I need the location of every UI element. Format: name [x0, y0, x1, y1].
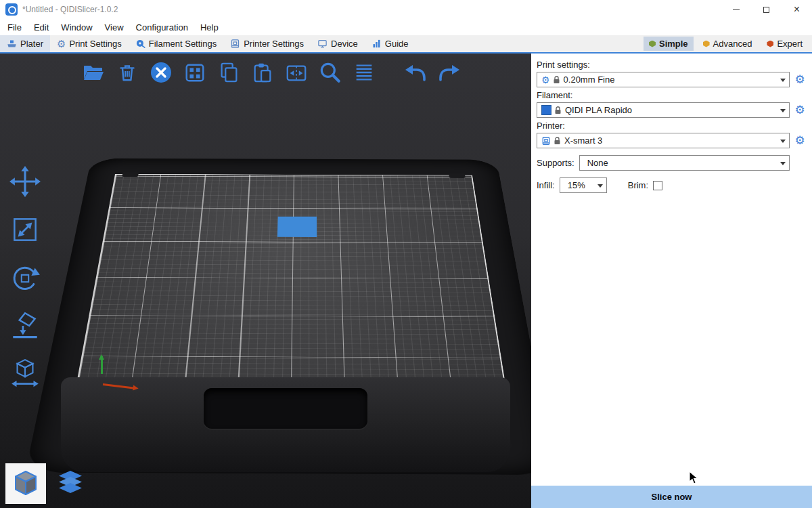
chevron-down-icon — [594, 178, 606, 192]
delete-button[interactable] — [114, 59, 141, 86]
printer-handle — [204, 388, 367, 429]
simple-mode-dot-icon — [649, 41, 656, 47]
mode-expert[interactable]: Expert — [761, 37, 808, 51]
view-3d-button[interactable] — [5, 463, 46, 504]
redo-icon — [437, 60, 461, 85]
device-icon — [317, 39, 328, 49]
printer-base — [61, 377, 510, 472]
bed-clip — [449, 173, 466, 177]
place-on-face-icon — [8, 309, 42, 343]
printer-gear-button[interactable]: ⚙ — [793, 135, 807, 146]
layer-height-button[interactable] — [351, 59, 378, 86]
close-button[interactable]: × — [782, 0, 812, 19]
layers-preview-button[interactable] — [50, 463, 91, 504]
scale-button[interactable] — [5, 210, 45, 249]
lock-icon — [554, 136, 561, 145]
chevron-down-icon — [777, 133, 789, 148]
arrange-button[interactable] — [181, 59, 208, 86]
advanced-mode-dot-icon — [703, 41, 710, 47]
tab-guide[interactable]: Guide — [365, 35, 415, 52]
viewport-3d[interactable] — [0, 54, 531, 508]
plater-icon — [7, 39, 17, 49]
mode-switcher: Simple Advanced Expert — [644, 35, 812, 52]
supports-label: Supports: — [537, 158, 574, 168]
lock-icon — [554, 106, 562, 114]
print-settings-combo[interactable]: ⚙ 0.20mm Fine — [537, 72, 790, 87]
printer-label: Printer: — [537, 121, 807, 131]
tab-device[interactable]: Device — [311, 35, 365, 52]
filament-gear-button[interactable]: ⚙ — [793, 104, 807, 116]
tabbar: Plater ⚙ Print Settings Filament Setting… — [0, 35, 812, 54]
viewport-toolbar — [80, 59, 463, 86]
split-icon — [285, 61, 308, 84]
place-on-face-button[interactable] — [5, 306, 45, 345]
measure-button[interactable] — [5, 354, 45, 394]
settings-panel: Print settings: ⚙ 0.20mm Fine ⚙ Filament… — [531, 54, 812, 508]
bed-clip — [122, 173, 139, 177]
maximize-icon — [763, 7, 769, 13]
delete-all-button[interactable] — [148, 59, 175, 86]
slice-now-button[interactable]: Slice now — [531, 486, 812, 508]
copy-icon — [217, 61, 240, 84]
window-title: *Untitled - QIDISlicer-1.0.2 — [22, 5, 118, 14]
filament-color-swatch — [541, 105, 551, 115]
app-logo-icon — [5, 3, 18, 16]
mode-simple[interactable]: Simple — [644, 37, 694, 51]
gear-icon: ⚙ — [541, 75, 550, 85]
tab-plater[interactable]: Plater — [0, 35, 50, 52]
guide-icon — [371, 39, 382, 49]
y-axis-indicator — [101, 356, 103, 374]
brim-checkbox[interactable] — [653, 181, 662, 190]
menu-file[interactable]: File — [1, 22, 28, 33]
lock-icon — [553, 75, 560, 84]
printer-combo[interactable]: X-smart 3 — [537, 133, 790, 148]
tab-printer-settings[interactable]: Printer Settings — [223, 35, 311, 52]
window-controls: × — [721, 0, 812, 19]
mouse-cursor — [689, 471, 700, 486]
tab-filament-settings[interactable]: Filament Settings — [129, 35, 223, 52]
transform-toolbar — [5, 162, 45, 394]
filament-combo[interactable]: QIDI PLA Rapido — [537, 102, 790, 118]
trash-icon — [116, 61, 139, 84]
search-button[interactable] — [317, 59, 344, 86]
menu-window[interactable]: Window — [55, 22, 98, 33]
menu-edit[interactable]: Edit — [28, 22, 55, 33]
print-settings-gear-button[interactable]: ⚙ — [793, 74, 807, 85]
infill-label: Infill: — [537, 180, 555, 190]
undo-icon — [403, 60, 428, 85]
bed-grid-plate — [73, 174, 508, 403]
chevron-down-icon — [777, 103, 789, 117]
filament-label: Filament: — [537, 90, 807, 100]
infill-combo[interactable]: 15% — [560, 177, 607, 193]
delete-all-icon — [149, 60, 173, 85]
split-button[interactable] — [283, 59, 310, 86]
maximize-button[interactable] — [751, 0, 782, 19]
layers-preview-icon — [54, 467, 87, 500]
paste-button[interactable] — [249, 59, 276, 86]
rotate-button[interactable] — [5, 258, 45, 297]
minimize-icon — [733, 9, 740, 10]
scene — [0, 54, 531, 508]
menu-configuration[interactable]: Configuration — [130, 22, 194, 33]
supports-combo[interactable]: None — [579, 155, 790, 171]
tab-print-settings[interactable]: ⚙ Print Settings — [50, 35, 129, 52]
model-cube-top-face[interactable] — [277, 217, 317, 237]
undo-button[interactable] — [402, 59, 429, 86]
open-button[interactable] — [80, 59, 107, 86]
print-settings-value: 0.20mm Fine — [564, 75, 615, 85]
menubar: File Edit Window View Configuration Help — [0, 19, 812, 35]
copy-button[interactable] — [215, 59, 242, 86]
filament-value: QIDI PLA Rapido — [565, 105, 632, 115]
mode-advanced[interactable]: Advanced — [698, 37, 758, 51]
print-bed — [73, 174, 508, 403]
move-button[interactable] — [5, 162, 45, 201]
printer-icon — [230, 39, 240, 49]
menu-help[interactable]: Help — [194, 22, 225, 33]
arrange-icon — [183, 61, 206, 84]
minimize-button[interactable] — [721, 0, 751, 19]
print-settings-label: Print settings: — [537, 60, 807, 70]
chevron-down-icon — [777, 72, 789, 87]
redo-button[interactable] — [436, 59, 463, 86]
menu-view[interactable]: View — [99, 22, 130, 33]
titlebar: *Untitled - QIDISlicer-1.0.2 × — [0, 0, 812, 19]
